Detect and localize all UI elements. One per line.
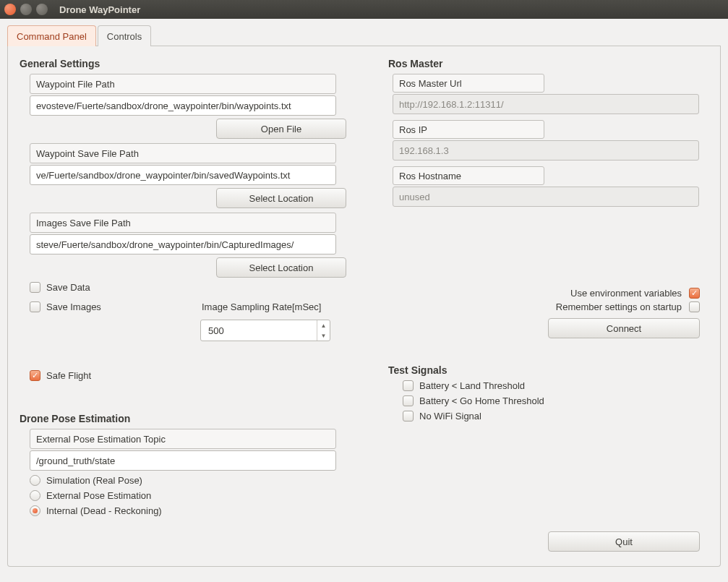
minimize-icon[interactable]: [20, 4, 32, 15]
ros-ip-input[interactable]: 192.168.1.3: [393, 140, 699, 161]
test-batt-land-row[interactable]: Battery < Land Threshold: [403, 380, 708, 391]
pose-radio-external[interactable]: [30, 490, 40, 501]
select-location-images-button[interactable]: Select Location: [216, 257, 346, 278]
tab-controls[interactable]: Controls: [98, 25, 151, 46]
pose-radio-internal[interactable]: [30, 505, 40, 516]
window-titlebar: Drone WayPointer: [0, 0, 728, 19]
use-env-row[interactable]: Use environment variables: [388, 288, 700, 299]
safe-flight-checkbox[interactable]: [30, 370, 40, 381]
safe-flight-label: Safe Flight: [46, 370, 91, 381]
save-data-row[interactable]: Save Data: [30, 282, 359, 293]
save-data-label: Save Data: [46, 282, 90, 293]
use-env-label: Use environment variables: [570, 288, 682, 299]
test-batt-land-checkbox[interactable]: [403, 380, 414, 391]
use-env-checkbox[interactable]: [689, 288, 700, 299]
pose-option-simulation[interactable]: Simulation (Real Pose): [30, 475, 359, 486]
test-batt-home-label: Battery < Go Home Threshold: [419, 395, 544, 406]
images-save-path-input[interactable]: steve/Fuerte/sandbox/drone_waypointer/bi…: [30, 234, 336, 254]
safe-flight-row[interactable]: Safe Flight: [30, 370, 359, 381]
pose-option-internal[interactable]: Internal (Dead - Reckoning): [30, 505, 359, 516]
save-images-label: Save Images: [46, 301, 101, 312]
pose-label-simulation: Simulation (Real Pose): [46, 475, 142, 486]
maximize-icon[interactable]: [36, 4, 48, 15]
remember-label: Remember settings on startup: [556, 301, 682, 312]
tab-strip: Command Panel Controls: [7, 25, 721, 46]
ros-ip-label: Ros IP: [393, 120, 544, 139]
spinner-down-icon[interactable]: ▼: [317, 330, 330, 341]
images-save-path-label: Images Save File Path: [30, 213, 336, 233]
pose-topic-label: External Pose Estimation Topic: [30, 429, 336, 449]
pose-label-internal: Internal (Dead - Reckoning): [46, 505, 162, 516]
test-batt-home-row[interactable]: Battery < Go Home Threshold: [403, 395, 708, 406]
pose-topic-input[interactable]: /ground_truth/state: [30, 450, 336, 471]
sampling-rate-value[interactable]: 500: [201, 325, 317, 336]
general-settings-title: General Settings: [20, 58, 359, 69]
window-title: Drone WayPointer: [59, 4, 140, 15]
sampling-rate-spinner[interactable]: 500 ▲ ▼: [200, 320, 330, 341]
test-no-wifi-row[interactable]: No WiFi Signal: [403, 411, 708, 421]
connect-button[interactable]: Connect: [548, 318, 700, 338]
ros-master-title: Ros Master: [388, 58, 708, 69]
save-images-checkbox[interactable]: [30, 301, 40, 312]
test-batt-home-checkbox[interactable]: [403, 395, 414, 406]
spinner-up-icon[interactable]: ▲: [317, 320, 330, 330]
tab-command-panel[interactable]: Command Panel: [7, 25, 96, 46]
test-batt-land-label: Battery < Land Threshold: [419, 380, 525, 391]
waypoint-file-path-label: Waypoint File Path: [30, 74, 336, 94]
ros-hostname-input[interactable]: unused: [393, 187, 699, 207]
pose-label-external: External Pose Estimation: [46, 490, 151, 501]
waypoint-save-path-input[interactable]: ve/Fuerte/sandbox/drone_waypointer/bin/s…: [30, 165, 336, 185]
waypoint-save-path-label: Waypoint Save File Path: [30, 143, 336, 163]
pose-estimation-title: Drone Pose Estimation: [20, 413, 359, 424]
open-file-button[interactable]: Open File: [216, 119, 346, 139]
remember-row[interactable]: Remember settings on startup: [388, 301, 700, 312]
ros-url-label: Ros Master Url: [393, 74, 544, 93]
test-no-wifi-checkbox[interactable]: [403, 411, 414, 421]
ros-url-input[interactable]: http://192.168.1.2:11311/: [393, 94, 699, 114]
save-data-checkbox[interactable]: [30, 282, 40, 293]
close-icon[interactable]: [4, 4, 16, 15]
test-signals-title: Test Signals: [388, 364, 708, 376]
test-no-wifi-label: No WiFi Signal: [419, 411, 481, 421]
remember-checkbox[interactable]: [689, 301, 700, 312]
waypoint-file-path-input[interactable]: evosteve/Fuerte/sandbox/drone_waypointer…: [30, 95, 336, 116]
ros-hostname-label: Ros Hostname: [393, 166, 544, 185]
pose-radio-simulation[interactable]: [30, 475, 40, 486]
save-images-row[interactable]: Save Images: [30, 301, 200, 312]
pose-option-external[interactable]: External Pose Estimation: [30, 490, 359, 501]
select-location-save-button[interactable]: Select Location: [216, 188, 346, 208]
quit-button[interactable]: Quit: [548, 531, 700, 552]
sampling-rate-label: Image Sampling Rate[mSec]: [202, 301, 321, 312]
